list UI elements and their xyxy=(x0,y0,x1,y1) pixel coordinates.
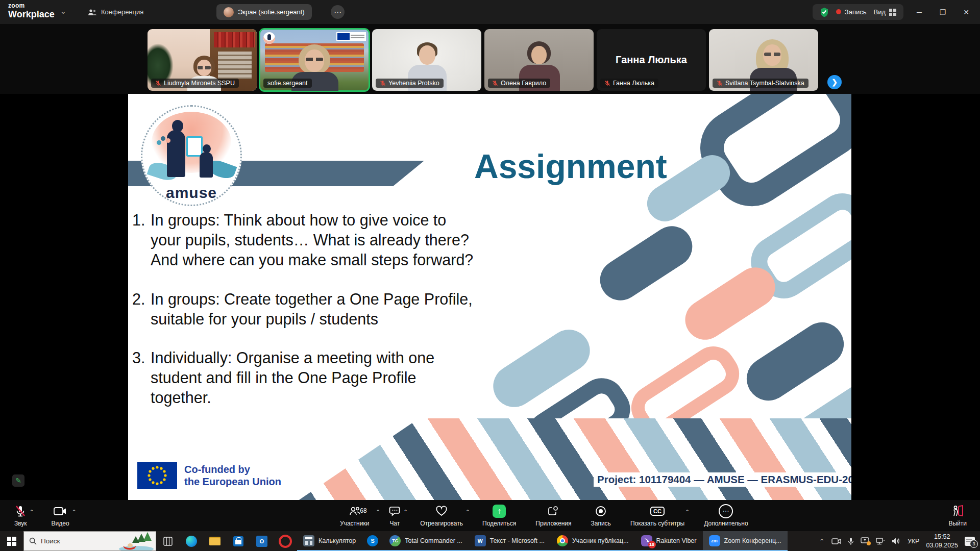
view-button[interactable]: Вид xyxy=(873,8,896,16)
viber-unread-badge: 18 xyxy=(648,541,656,548)
app-label: Учасник публікац... xyxy=(572,537,629,544)
taskbar-app-skype[interactable]: S xyxy=(362,531,383,551)
tray-clock[interactable]: 15:52 03.09.2025 xyxy=(926,533,958,550)
tray-expand-chevron-icon[interactable]: ⌃ xyxy=(819,537,825,545)
avatar xyxy=(224,7,234,17)
tab-options-ellipsis-icon[interactable]: ⋯ xyxy=(331,5,345,19)
system-tray: ⌃ УКР 15:52 03.09.2025 3 xyxy=(819,531,980,551)
chat-chevron-up-icon[interactable]: ⌃ xyxy=(403,509,408,515)
participants-label: Участники xyxy=(340,520,369,527)
minimize-button[interactable]: ─ xyxy=(908,0,931,24)
leave-meeting-button[interactable]: Выйти xyxy=(945,505,970,527)
muted-mic-icon xyxy=(604,80,610,86)
more-label: Дополнительно xyxy=(704,520,748,527)
people-icon xyxy=(88,9,97,16)
tray-camera-icon[interactable] xyxy=(831,538,841,545)
video-button[interactable]: Видео ⌃ xyxy=(48,505,72,527)
language-indicator[interactable]: УКР xyxy=(908,538,920,545)
muted-mic-icon xyxy=(380,80,386,86)
camera-icon xyxy=(54,505,67,518)
participants-button[interactable]: 68 Участники ⌃ xyxy=(337,505,372,527)
app-label: Total Commander ... xyxy=(405,537,462,544)
search-icon xyxy=(29,537,37,545)
app-label: Калькулятор xyxy=(318,537,356,544)
participant-tile-6[interactable]: Svitlana Tsymbal-Slatvinska xyxy=(709,29,818,91)
participant-tile-2-active-speaker[interactable]: sofie.sergeant xyxy=(260,29,369,91)
audio-button[interactable]: Звук ⌃ xyxy=(11,505,30,527)
captions-button[interactable]: CC Показать субтитры ⌃ xyxy=(627,505,688,527)
taskbar-app-total-commander[interactable]: TC Total Commander ... xyxy=(383,531,469,551)
participant-name: Liudmyla Mironets SSPU xyxy=(164,80,235,87)
share-screen-button[interactable]: ↑ Поделиться xyxy=(479,505,519,527)
item-number: 3. xyxy=(132,348,151,408)
eu-flag xyxy=(137,462,177,489)
captions-chevron-up-icon[interactable]: ⌃ xyxy=(685,509,690,515)
next-participants-page-button[interactable]: ❯ xyxy=(827,75,842,89)
participant-name: Svitlana Tsymbal-Slatvinska xyxy=(725,80,804,87)
viber-icon: 18 xyxy=(641,535,652,546)
tray-network-icon[interactable] xyxy=(876,537,885,545)
app-label: Rakuten Viber xyxy=(656,537,697,544)
item-number: 1. xyxy=(132,210,151,270)
security-shield-icon[interactable] xyxy=(820,7,829,17)
video-label: Видео xyxy=(52,520,69,527)
notification-count-badge: 3 xyxy=(970,540,978,548)
annotation-pencil-button[interactable]: ✎ xyxy=(12,474,24,487)
participants-count: 68 xyxy=(360,507,366,514)
taskbar-app-word[interactable]: W Текст - Microsoft ... xyxy=(469,531,551,551)
slide-title: Assignment xyxy=(474,147,667,186)
taskbar-search-input[interactable]: Поиск xyxy=(23,531,156,551)
tray-screenshare-icon[interactable] xyxy=(861,537,869,545)
muted-mic-icon xyxy=(15,505,26,518)
file-explorer-icon[interactable] xyxy=(203,531,227,551)
taskbar-app-calculator[interactable]: Калькулятор xyxy=(297,531,362,551)
item-text: In groups: Create together a One Page Pr… xyxy=(151,289,473,329)
search-daily-illustration xyxy=(112,532,156,551)
participants-chevron-up-icon[interactable]: ⌃ xyxy=(376,509,380,515)
taskbar-app-viber[interactable]: 18 Rakuten Viber xyxy=(635,531,703,551)
audio-chevron-up-icon[interactable]: ⌃ xyxy=(29,509,34,515)
more-button[interactable]: ⋯ Дополнительно xyxy=(701,505,751,527)
participant-name-pill: Ганна Люлька xyxy=(600,79,658,88)
tray-speaker-icon[interactable] xyxy=(892,537,901,545)
edge-browser-icon[interactable] xyxy=(180,531,203,551)
notification-center-icon[interactable]: 3 xyxy=(965,537,975,546)
captions-label: Показать субтитры xyxy=(630,520,684,527)
tab-meeting[interactable]: Конференция xyxy=(88,0,143,24)
taskbar-app-chrome-publication[interactable]: Учасник публікац... xyxy=(551,531,635,551)
record-button[interactable]: Запись xyxy=(588,505,614,527)
start-button[interactable] xyxy=(0,531,23,551)
skype-icon: S xyxy=(367,535,378,546)
eu-line-2: the European Union xyxy=(184,475,281,488)
search-placeholder: Поиск xyxy=(41,537,60,545)
assignment-item-1: 1. In groups: Think about how to give vo… xyxy=(132,210,473,270)
microsoft-store-icon[interactable] xyxy=(227,531,250,551)
react-chevron-up-icon[interactable]: ⌃ xyxy=(465,509,470,515)
close-button[interactable]: ✕ xyxy=(954,0,978,24)
brand-chevron-down-icon[interactable]: ⌄ xyxy=(60,7,66,15)
taskbar-app-zoom-active[interactable]: zm Zoom Конференц... xyxy=(703,531,788,551)
task-view-button[interactable] xyxy=(156,531,180,551)
assignment-item-3: 3. Individually: Organise a meeting with… xyxy=(132,348,434,408)
restore-button[interactable]: ❐ xyxy=(931,0,954,24)
react-button[interactable]: Отреагировать ⌃ xyxy=(417,505,466,527)
participant-tile-5-no-video[interactable]: Ганна Люлька Ганна Люлька xyxy=(597,29,706,91)
muted-mic-icon xyxy=(717,80,723,86)
tab-screen-label: Экран (sofie.sergeant) xyxy=(238,8,305,16)
chat-button[interactable]: Чат ⌃ xyxy=(385,505,404,527)
shared-screen-slide: amuse Assignment 1. In groups: Think abo… xyxy=(128,94,851,500)
outlook-icon[interactable]: O xyxy=(250,531,274,551)
participant-tile-1[interactable]: Liudmyla Mironets SSPU xyxy=(148,29,257,91)
participant-tile-3[interactable]: Yevheniia Protsko xyxy=(372,29,481,91)
tab-screen-share[interactable]: Экран (sofie.sergeant) xyxy=(216,4,312,20)
recording-indicator[interactable]: Запись xyxy=(836,8,867,16)
edge-icon xyxy=(186,536,197,547)
item-text: Individually: Organise a meeting with on… xyxy=(151,348,434,408)
tray-mic-icon[interactable] xyxy=(848,537,854,545)
video-chevron-up-icon[interactable]: ⌃ xyxy=(71,509,76,515)
participant-tile-4[interactable]: Олена Гаврило xyxy=(484,29,594,91)
apps-button[interactable]: Приложения xyxy=(532,505,574,527)
opera-icon[interactable] xyxy=(274,531,297,551)
title-bar: zoom Workplace ⌄ Конференция Экран (sofi… xyxy=(0,0,980,24)
participant-name-pill: Олена Гаврило xyxy=(488,79,550,88)
